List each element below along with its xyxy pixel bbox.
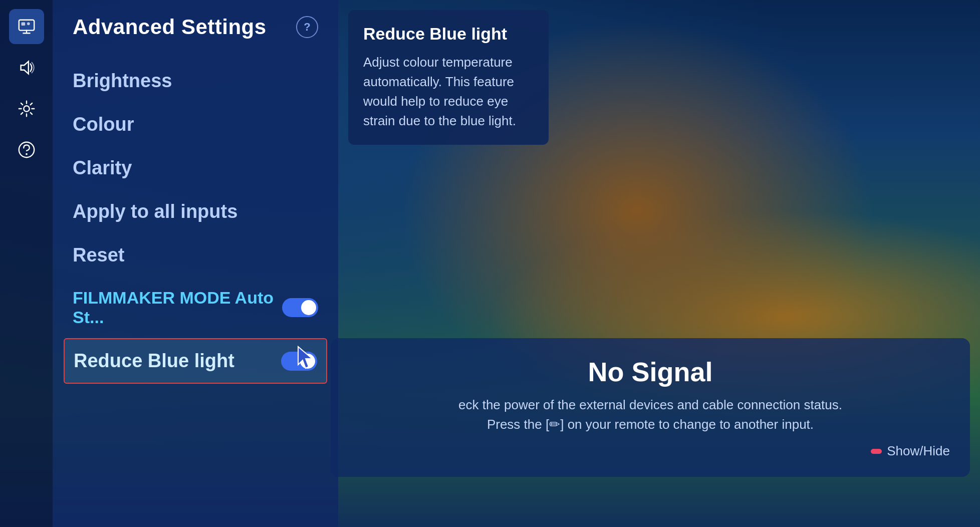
show-hide-label: Show/Hide (887, 443, 950, 459)
show-hide-dot (871, 449, 882, 454)
menu-item-clarity[interactable]: Clarity (73, 146, 318, 190)
filmmaker-toggle[interactable] (282, 298, 318, 317)
settings-icon (17, 99, 36, 118)
menu-item-label: Apply to all inputs (73, 201, 237, 222)
no-signal-title: No Signal (351, 356, 950, 387)
svg-point-3 (24, 106, 29, 111)
no-signal-body: eck the power of the external devices an… (351, 395, 950, 434)
help-button[interactable]: ? (296, 16, 318, 38)
sidebar (0, 0, 53, 527)
sidebar-item-settings[interactable] (9, 91, 44, 126)
menu-item-label: Colour (73, 114, 134, 135)
no-signal-box: No Signal eck the power of the external … (331, 338, 970, 477)
svg-rect-0 (19, 20, 34, 31)
svg-point-5 (26, 153, 28, 155)
menu-item-brightness[interactable]: Brightness (73, 59, 318, 103)
sidebar-item-display[interactable] (9, 9, 44, 44)
menu-item-label: Reset (73, 244, 125, 266)
svg-point-2 (27, 22, 30, 25)
show-hide-row: Show/Hide (351, 443, 950, 459)
tooltip-title: Reduce Blue light (363, 24, 534, 44)
support-icon (17, 140, 36, 159)
volume-icon (17, 58, 36, 77)
filmmaker-toggle-track (282, 298, 318, 317)
menu-item-apply-all[interactable]: Apply to all inputs (73, 190, 318, 233)
sidebar-item-volume[interactable] (9, 50, 44, 85)
no-signal-text: eck the power of the external devices an… (458, 397, 842, 432)
settings-panel: Advanced Settings ? Brightness Colour Cl… (53, 0, 338, 527)
menu-item-reset[interactable]: Reset (73, 233, 318, 277)
menu-item-label: Reduce Blue light (74, 350, 234, 372)
menu-item-label: FILMMAKER MODE Auto St... (73, 288, 282, 327)
tooltip-body: Adjust colour temperature automatically.… (363, 53, 534, 131)
menu-item-reduce-blue[interactable]: Reduce Blue light (64, 338, 327, 384)
menu-item-colour[interactable]: Colour (73, 103, 318, 146)
menu-item-label: Brightness (73, 70, 172, 92)
menu-list: Brightness Colour Clarity Apply to all i… (73, 59, 318, 384)
cursor (296, 346, 316, 371)
sidebar-item-support[interactable] (9, 132, 44, 167)
menu-item-filmmaker[interactable]: FILMMAKER MODE Auto St... (73, 277, 318, 338)
svg-rect-1 (21, 22, 25, 26)
menu-item-label: Clarity (73, 157, 132, 179)
panel-header: Advanced Settings ? (73, 15, 318, 39)
display-icon (17, 17, 36, 36)
panel-title: Advanced Settings (73, 15, 267, 39)
tooltip-popup: Reduce Blue light Adjust colour temperat… (348, 10, 549, 145)
